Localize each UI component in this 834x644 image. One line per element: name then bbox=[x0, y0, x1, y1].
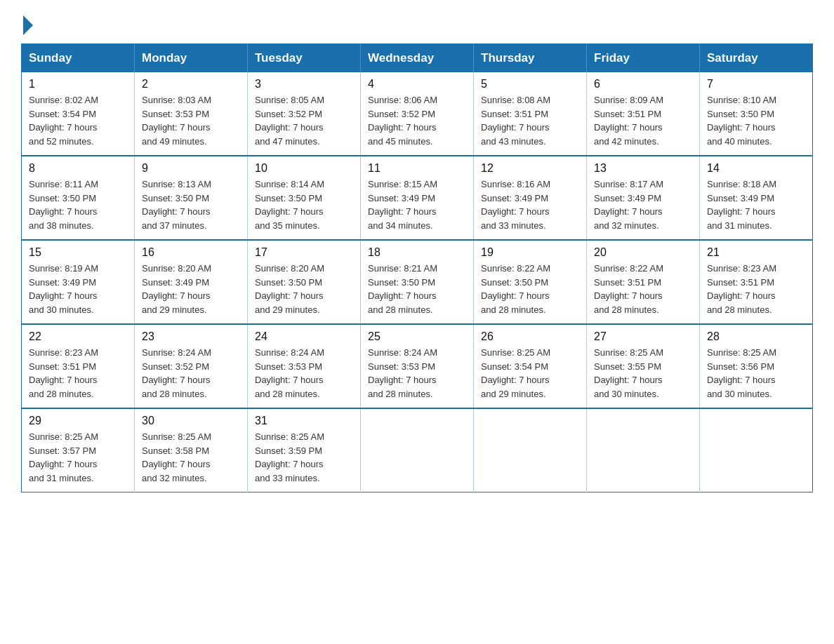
calendar-header-saturday: Saturday bbox=[700, 44, 813, 73]
day-number: 3 bbox=[255, 78, 353, 90]
calendar-cell bbox=[474, 408, 587, 492]
day-info: Sunrise: 8:20 AMSunset: 3:49 PMDaylight:… bbox=[142, 262, 240, 316]
calendar-cell: 26 Sunrise: 8:25 AMSunset: 3:54 PMDaylig… bbox=[474, 324, 587, 408]
day-number: 11 bbox=[368, 162, 466, 175]
calendar-cell: 11 Sunrise: 8:15 AMSunset: 3:49 PMDaylig… bbox=[361, 156, 474, 240]
calendar-cell: 22 Sunrise: 8:23 AMSunset: 3:51 PMDaylig… bbox=[22, 324, 135, 408]
calendar-cell: 4 Sunrise: 8:06 AMSunset: 3:52 PMDayligh… bbox=[361, 72, 474, 156]
day-info: Sunrise: 8:03 AMSunset: 3:53 PMDaylight:… bbox=[142, 93, 240, 148]
day-info: Sunrise: 8:10 AMSunset: 3:50 PMDaylight:… bbox=[707, 93, 805, 148]
day-info: Sunrise: 8:05 AMSunset: 3:52 PMDaylight:… bbox=[255, 93, 353, 148]
day-info: Sunrise: 8:23 AMSunset: 3:51 PMDaylight:… bbox=[707, 262, 805, 316]
day-info: Sunrise: 8:13 AMSunset: 3:50 PMDaylight:… bbox=[142, 177, 240, 232]
day-number: 13 bbox=[594, 162, 692, 175]
day-info: Sunrise: 8:06 AMSunset: 3:52 PMDaylight:… bbox=[368, 93, 466, 148]
calendar-header-wednesday: Wednesday bbox=[361, 44, 474, 73]
calendar-cell: 28 Sunrise: 8:25 AMSunset: 3:56 PMDaylig… bbox=[700, 324, 813, 408]
day-info: Sunrise: 8:11 AMSunset: 3:50 PMDaylight:… bbox=[29, 177, 127, 232]
calendar-cell: 21 Sunrise: 8:23 AMSunset: 3:51 PMDaylig… bbox=[700, 240, 813, 324]
calendar-cell: 12 Sunrise: 8:16 AMSunset: 3:49 PMDaylig… bbox=[474, 156, 587, 240]
calendar-cell: 31 Sunrise: 8:25 AMSunset: 3:59 PMDaylig… bbox=[248, 408, 361, 492]
day-info: Sunrise: 8:14 AMSunset: 3:50 PMDaylight:… bbox=[255, 177, 353, 232]
calendar-cell: 5 Sunrise: 8:08 AMSunset: 3:51 PMDayligh… bbox=[474, 72, 587, 156]
day-info: Sunrise: 8:25 AMSunset: 3:58 PMDaylight:… bbox=[142, 430, 240, 485]
day-number: 26 bbox=[481, 330, 579, 343]
day-number: 15 bbox=[29, 246, 127, 259]
calendar-cell bbox=[587, 408, 700, 492]
day-info: Sunrise: 8:22 AMSunset: 3:50 PMDaylight:… bbox=[481, 262, 579, 316]
day-number: 18 bbox=[368, 246, 466, 259]
calendar-cell: 2 Sunrise: 8:03 AMSunset: 3:53 PMDayligh… bbox=[135, 72, 248, 156]
day-info: Sunrise: 8:15 AMSunset: 3:49 PMDaylight:… bbox=[368, 177, 466, 232]
day-info: Sunrise: 8:25 AMSunset: 3:54 PMDaylight:… bbox=[481, 346, 579, 401]
day-number: 27 bbox=[594, 330, 692, 343]
calendar-header-monday: Monday bbox=[135, 44, 248, 73]
calendar-week-row: 29 Sunrise: 8:25 AMSunset: 3:57 PMDaylig… bbox=[22, 408, 813, 492]
day-number: 14 bbox=[707, 162, 805, 175]
calendar-header-row: SundayMondayTuesdayWednesdayThursdayFrid… bbox=[22, 44, 813, 73]
day-info: Sunrise: 8:24 AMSunset: 3:53 PMDaylight:… bbox=[368, 346, 466, 401]
day-info: Sunrise: 8:09 AMSunset: 3:51 PMDaylight:… bbox=[594, 93, 692, 148]
day-number: 20 bbox=[594, 246, 692, 259]
calendar-cell: 1 Sunrise: 8:02 AMSunset: 3:54 PMDayligh… bbox=[22, 72, 135, 156]
calendar-cell: 9 Sunrise: 8:13 AMSunset: 3:50 PMDayligh… bbox=[135, 156, 248, 240]
day-number: 7 bbox=[707, 78, 805, 90]
calendar-table: SundayMondayTuesdayWednesdayThursdayFrid… bbox=[21, 43, 813, 492]
day-number: 8 bbox=[29, 162, 127, 175]
day-info: Sunrise: 8:17 AMSunset: 3:49 PMDaylight:… bbox=[594, 177, 692, 232]
calendar-week-row: 15 Sunrise: 8:19 AMSunset: 3:49 PMDaylig… bbox=[22, 240, 813, 324]
calendar-week-row: 1 Sunrise: 8:02 AMSunset: 3:54 PMDayligh… bbox=[22, 72, 813, 156]
page-header bbox=[21, 14, 813, 32]
day-number: 23 bbox=[142, 330, 240, 343]
calendar-cell: 13 Sunrise: 8:17 AMSunset: 3:49 PMDaylig… bbox=[587, 156, 700, 240]
day-info: Sunrise: 8:25 AMSunset: 3:55 PMDaylight:… bbox=[594, 346, 692, 401]
day-info: Sunrise: 8:25 AMSunset: 3:57 PMDaylight:… bbox=[29, 430, 127, 485]
calendar-cell: 7 Sunrise: 8:10 AMSunset: 3:50 PMDayligh… bbox=[700, 72, 813, 156]
calendar-cell: 30 Sunrise: 8:25 AMSunset: 3:58 PMDaylig… bbox=[135, 408, 248, 492]
day-number: 28 bbox=[707, 330, 805, 343]
day-number: 19 bbox=[481, 246, 579, 259]
day-number: 17 bbox=[255, 246, 353, 259]
calendar-header-friday: Friday bbox=[587, 44, 700, 73]
calendar-cell: 18 Sunrise: 8:21 AMSunset: 3:50 PMDaylig… bbox=[361, 240, 474, 324]
calendar-cell: 6 Sunrise: 8:09 AMSunset: 3:51 PMDayligh… bbox=[587, 72, 700, 156]
calendar-header-thursday: Thursday bbox=[474, 44, 587, 73]
calendar-cell bbox=[700, 408, 813, 492]
calendar-week-row: 22 Sunrise: 8:23 AMSunset: 3:51 PMDaylig… bbox=[22, 324, 813, 408]
day-number: 4 bbox=[368, 78, 466, 90]
calendar-cell: 29 Sunrise: 8:25 AMSunset: 3:57 PMDaylig… bbox=[22, 408, 135, 492]
day-info: Sunrise: 8:22 AMSunset: 3:51 PMDaylight:… bbox=[594, 262, 692, 316]
day-number: 5 bbox=[481, 78, 579, 90]
day-info: Sunrise: 8:21 AMSunset: 3:50 PMDaylight:… bbox=[368, 262, 466, 316]
day-info: Sunrise: 8:08 AMSunset: 3:51 PMDaylight:… bbox=[481, 93, 579, 148]
day-info: Sunrise: 8:25 AMSunset: 3:56 PMDaylight:… bbox=[707, 346, 805, 401]
day-number: 2 bbox=[142, 78, 240, 90]
calendar-cell: 10 Sunrise: 8:14 AMSunset: 3:50 PMDaylig… bbox=[248, 156, 361, 240]
day-info: Sunrise: 8:19 AMSunset: 3:49 PMDaylight:… bbox=[29, 262, 127, 316]
day-number: 9 bbox=[142, 162, 240, 175]
day-info: Sunrise: 8:16 AMSunset: 3:49 PMDaylight:… bbox=[481, 177, 579, 232]
day-number: 29 bbox=[29, 415, 127, 427]
day-number: 6 bbox=[594, 78, 692, 90]
calendar-cell: 17 Sunrise: 8:20 AMSunset: 3:50 PMDaylig… bbox=[248, 240, 361, 324]
calendar-cell bbox=[361, 408, 474, 492]
day-number: 25 bbox=[368, 330, 466, 343]
day-info: Sunrise: 8:18 AMSunset: 3:49 PMDaylight:… bbox=[707, 177, 805, 232]
day-number: 1 bbox=[29, 78, 127, 90]
day-number: 16 bbox=[142, 246, 240, 259]
day-number: 24 bbox=[255, 330, 353, 343]
calendar-header-tuesday: Tuesday bbox=[248, 44, 361, 73]
calendar-cell: 8 Sunrise: 8:11 AMSunset: 3:50 PMDayligh… bbox=[22, 156, 135, 240]
day-info: Sunrise: 8:24 AMSunset: 3:52 PMDaylight:… bbox=[142, 346, 240, 401]
calendar-cell: 27 Sunrise: 8:25 AMSunset: 3:55 PMDaylig… bbox=[587, 324, 700, 408]
calendar-cell: 16 Sunrise: 8:20 AMSunset: 3:49 PMDaylig… bbox=[135, 240, 248, 324]
day-number: 22 bbox=[29, 330, 127, 343]
calendar-cell: 14 Sunrise: 8:18 AMSunset: 3:49 PMDaylig… bbox=[700, 156, 813, 240]
day-number: 31 bbox=[255, 415, 353, 427]
day-number: 30 bbox=[142, 415, 240, 427]
day-info: Sunrise: 8:02 AMSunset: 3:54 PMDaylight:… bbox=[29, 93, 127, 148]
calendar-header-sunday: Sunday bbox=[22, 44, 135, 73]
calendar-cell: 25 Sunrise: 8:24 AMSunset: 3:53 PMDaylig… bbox=[361, 324, 474, 408]
day-number: 10 bbox=[255, 162, 353, 175]
calendar-cell: 19 Sunrise: 8:22 AMSunset: 3:50 PMDaylig… bbox=[474, 240, 587, 324]
